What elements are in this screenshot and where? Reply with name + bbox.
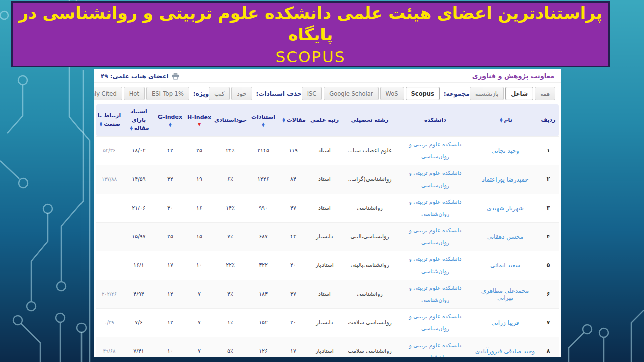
cell-industry: ۰/۳۹ [96, 308, 122, 337]
cell-acad-rank: استادیار [307, 251, 342, 280]
cell-acad-rank: استاد [307, 280, 342, 308]
cell-articles: ۲۰ [279, 251, 307, 280]
special-esi-button[interactable]: ESI Top 1% [146, 87, 189, 100]
cell-name-link[interactable]: فریبا زرانی [472, 308, 538, 337]
cell-citations-per-article: ۷/۶ [122, 308, 155, 337]
dept-header: معاونت پژوهش و فناوری [472, 72, 554, 80]
header-h-index[interactable]: H-Index▼ [185, 104, 214, 136]
cell-name-link[interactable]: شهریار شهیدی [472, 194, 538, 222]
cell-faculty-link[interactable]: دانشکده علوم تربیتی و روان‌شناسی [398, 280, 472, 308]
cell-faculty-link[interactable]: دانشکده علوم تربیتی و روان‌شناسی [398, 308, 472, 337]
panel-header: معاونت پژوهش و فناوری اعضای هیات علمی: ۴… [94, 69, 561, 83]
cell-faculty-link[interactable]: دانشکده علوم تربیتی و روان‌شناسی [398, 337, 472, 357]
collection-google-scholar-button[interactable]: Google Scholar [324, 87, 378, 100]
cell-name-link[interactable]: محمدعلی مظاهری تهرانی [472, 280, 538, 308]
status-active-button[interactable]: شاغل [505, 87, 533, 100]
cell-h-index: ۷ [185, 308, 214, 337]
cell-articles: ۱۷ [279, 337, 307, 357]
remove-self-button[interactable]: خود [231, 87, 252, 100]
sort-icon: ▲▼ [169, 123, 171, 127]
cell-name-link[interactable]: وحید صادقی فیروزآبادی [472, 337, 538, 357]
cell-h-index: ۷ [185, 280, 214, 308]
header-self-citation: خوداستنادی [214, 104, 247, 136]
cell-field: روانشناسی [342, 194, 398, 222]
cell-faculty-link[interactable]: دانشکده علوم تربیتی و روان‌شناسی [398, 222, 472, 251]
collection-wos-button[interactable]: WoS [380, 87, 404, 100]
header-acad-rank: رتبه علمی [307, 104, 342, 136]
cell-acad-rank: دانشیار [307, 308, 342, 337]
cell-g-index: ۳۲ [155, 165, 185, 194]
table-row: ۲ حمیدرضا پوراعتماد دانشکده علوم تربیتی … [96, 165, 559, 194]
collection-scopus-button[interactable]: Scopus [406, 87, 440, 100]
cell-citations-per-article: ۱۶/۱ [122, 251, 155, 280]
cell-industry: ۲۰۲/۲۶ [96, 280, 122, 308]
header-faculty: دانشکده [398, 104, 472, 136]
header-rank: ردیف [538, 104, 559, 136]
cell-name-link[interactable]: وحید نجاتی [472, 136, 538, 165]
cell-acad-rank: استاد [307, 165, 342, 194]
printer-icon[interactable] [172, 73, 179, 80]
collection-isc-button[interactable]: ISC [302, 87, 323, 100]
remove-books-button[interactable]: کتب [209, 87, 230, 100]
header-name[interactable]: نام▲▼ [472, 104, 538, 136]
cell-rank: ۲ [538, 165, 559, 194]
table-row: ۸ وحید صادقی فیروزآبادی دانشکده علوم ترب… [96, 337, 559, 357]
cell-citations-per-article: ۷/۴۱ [122, 337, 155, 357]
cell-citations: ۱۲۶ [247, 337, 279, 357]
cell-field: روانشناسی [342, 280, 398, 308]
cell-citations-per-article: ۱۴/۵۹ [122, 165, 155, 194]
remove-citations-group: حذف استنادات: خود کتب [209, 87, 301, 100]
special-highly-cited-button[interactable]: Highly Cited [94, 87, 122, 100]
cell-articles: ۴۷ [279, 194, 307, 222]
cell-field: روانشناسی(گرایـ... [342, 165, 398, 194]
cell-citations-per-article: ۲۱/۰۶ [122, 194, 155, 222]
cell-h-index: ۱۵ [185, 222, 214, 251]
cell-g-index: ۲۵ [155, 222, 185, 251]
cell-g-index: ۱۲ [155, 280, 185, 308]
header-g-index[interactable]: G-Index▲▼ [155, 104, 185, 136]
cell-faculty-link[interactable]: دانشکده علوم تربیتی و روان‌شناسی [398, 136, 472, 165]
special-hot-button[interactable]: Hot [124, 87, 145, 100]
header-citations-per-article[interactable]: استناد بازایمقاله▲▼ [122, 104, 155, 136]
cell-g-index: ۱۰ [155, 337, 185, 357]
cell-industry [96, 251, 122, 280]
cell-industry [96, 222, 122, 251]
cell-field: روانشناسی‌بالینی [342, 251, 398, 280]
cell-industry: ۵۲/۳۶ [96, 136, 122, 165]
header-citations[interactable]: استنادات▲▼ [247, 104, 279, 136]
cell-citations-per-article: ۱۵/۹۷ [122, 222, 155, 251]
cell-h-index: ۱۹ [185, 165, 214, 194]
status-filter-group: همه شاغل بازنشسته [470, 87, 555, 100]
table-row: ۵ سعید ایمانی دانشکده علوم تربیتی و روان… [96, 251, 559, 280]
cell-faculty-link[interactable]: دانشکده علوم تربیتی و روان‌شناسی [398, 165, 472, 194]
cell-rank: ۷ [538, 308, 559, 337]
cell-faculty-link[interactable]: دانشکده علوم تربیتی و روان‌شناسی [398, 194, 472, 222]
sort-icon: ▲▼ [100, 122, 102, 126]
header-industry[interactable]: ارتباط باصنعت▲▼ [96, 104, 122, 136]
header-articles[interactable]: مقالات▲▼ [279, 104, 307, 136]
cell-self-citation: ۲۴٪ [214, 136, 247, 165]
cell-self-citation: ۵٪ [214, 337, 247, 357]
table-row: ۷ فریبا زرانی دانشکده علوم تربیتی و روان… [96, 308, 559, 337]
table-row: ۱ وحید نجاتی دانشکده علوم تربیتی و روان‌… [96, 136, 559, 165]
cell-citations: ۱۲۲۶ [247, 165, 279, 194]
sort-icon: ▲▼ [262, 123, 264, 127]
cell-faculty-link[interactable]: دانشکده علوم تربیتی و روان‌شناسی [398, 251, 472, 280]
cell-name-link[interactable]: محسن دهقانی [472, 222, 538, 251]
cell-self-citation: ۶٪ [214, 165, 247, 194]
slide-banner: پراستنادترین اعضای هیئت علمی دانشکده علو… [11, 1, 610, 67]
cell-name-link[interactable]: حمیدرضا پوراعتماد [472, 165, 538, 194]
cell-citations-per-article: ۴/۹۴ [122, 280, 155, 308]
cell-citations: ۲۱۴۵ [247, 136, 279, 165]
header-field: رشته تحصیلی [342, 104, 398, 136]
status-retired-button[interactable]: بازنشسته [470, 87, 504, 100]
table-row: ۳ شهریار شهیدی دانشکده علوم تربیتی و روا… [96, 194, 559, 222]
cell-citations: ۱۸۳ [247, 280, 279, 308]
status-all-button[interactable]: همه [535, 87, 555, 100]
cell-name-link[interactable]: سعید ایمانی [472, 251, 538, 280]
cell-citations: ۱۵۲ [247, 308, 279, 337]
cell-self-citation: ۱۴٪ [214, 194, 247, 222]
cell-field: روانشناسی‌بالینی [342, 222, 398, 251]
cell-field: علوم اعصاب شنا... [342, 136, 398, 165]
cell-articles: ۱۱۹ [279, 136, 307, 165]
